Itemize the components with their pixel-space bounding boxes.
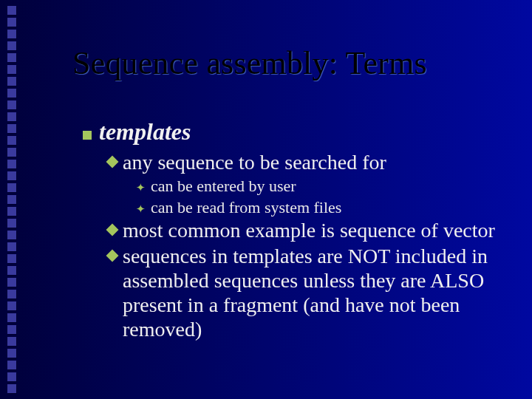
bullet-level2: any sequence to be searched for xyxy=(108,150,497,174)
deco-square xyxy=(7,254,16,263)
deco-square xyxy=(7,30,16,38)
deco-square xyxy=(7,219,16,228)
bullet-level3: ✦ can be read from system files xyxy=(136,197,497,218)
deco-square xyxy=(7,6,16,15)
bullet-text: sequences in templates are NOT included … xyxy=(123,244,497,341)
slide-title: Sequence assembly: Terms xyxy=(72,44,427,82)
deco-square xyxy=(7,41,16,50)
deco-square xyxy=(7,242,16,251)
deco-square xyxy=(7,361,16,369)
deco-square xyxy=(7,301,16,310)
diamond-bullet-icon xyxy=(106,250,119,262)
bullet-text: most common example is sequence of vecto… xyxy=(123,218,495,242)
deco-square xyxy=(7,53,16,62)
deco-square xyxy=(7,18,16,27)
deco-square xyxy=(7,278,16,287)
bullet-level2: most common example is sequence of vecto… xyxy=(108,218,497,242)
fleur-bullet-icon: ✦ xyxy=(136,202,146,216)
bullet-text: templates xyxy=(99,118,191,146)
bullet-text: can be entered by user xyxy=(151,176,296,197)
deco-square xyxy=(7,136,16,145)
deco-square xyxy=(7,77,16,86)
deco-square xyxy=(7,148,16,157)
square-bullet-icon xyxy=(83,131,92,140)
deco-square xyxy=(7,313,16,322)
bullet-level3: ✦ can be entered by user xyxy=(136,176,497,197)
diamond-bullet-icon xyxy=(106,224,119,236)
deco-square xyxy=(7,349,16,358)
deco-square xyxy=(7,65,16,74)
bullet-text: can be read from system files xyxy=(151,197,341,218)
bullet-level1: templates xyxy=(83,118,497,146)
deco-square xyxy=(7,290,16,299)
deco-square xyxy=(7,337,16,346)
deco-square xyxy=(7,124,16,133)
slide: Sequence assembly: Terms templates any s… xyxy=(0,0,532,399)
deco-square xyxy=(7,100,16,109)
bullet-level2: sequences in templates are NOT included … xyxy=(108,244,497,341)
deco-square xyxy=(7,195,16,204)
deco-square xyxy=(7,207,16,216)
slide-body: templates any sequence to be searched fo… xyxy=(83,118,497,343)
deco-square xyxy=(7,171,16,180)
deco-square xyxy=(7,89,16,98)
deco-square xyxy=(7,183,16,192)
deco-square xyxy=(7,372,16,381)
deco-square xyxy=(7,160,16,168)
fleur-bullet-icon: ✦ xyxy=(136,181,146,195)
deco-square xyxy=(7,231,16,239)
decorative-squares-column xyxy=(7,6,16,393)
bullet-text: any sequence to be searched for xyxy=(123,150,386,174)
deco-square xyxy=(7,112,16,121)
deco-square xyxy=(7,384,16,393)
diamond-bullet-icon xyxy=(106,156,119,168)
deco-square xyxy=(7,325,16,334)
deco-square xyxy=(7,266,16,275)
